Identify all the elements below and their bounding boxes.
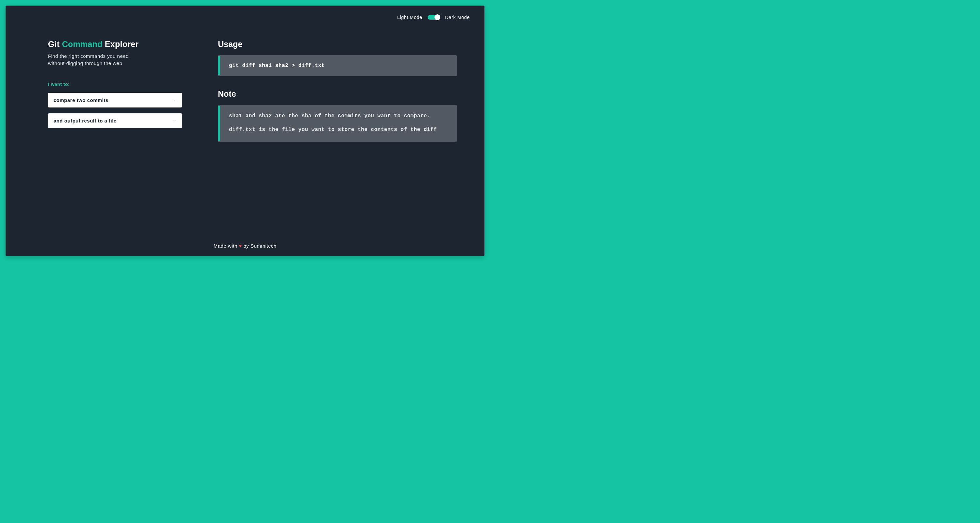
app-container: Light Mode Dark Mode Git Command Explore…: [6, 6, 484, 256]
prompt-label: I want to:: [48, 82, 182, 87]
left-panel: Git Command Explorer Find the right comm…: [48, 40, 182, 243]
usage-code-block: git diff sha1 sha2 > diff.txt: [218, 55, 457, 76]
note-line-2: diff.txt is the file you want to store t…: [229, 126, 445, 133]
dropdown-detail[interactable]: and output result to a file: [48, 113, 182, 128]
theme-toggle-row: Light Mode Dark Mode: [6, 6, 484, 20]
title-part-1: Git: [48, 40, 59, 49]
toggle-knob: [434, 14, 440, 20]
note-heading: Note: [218, 89, 457, 99]
chevron-down-icon: [173, 119, 177, 122]
footer-suffix: by Summitech: [243, 243, 276, 249]
accent-bar: [218, 106, 220, 141]
chevron-down-icon: [173, 99, 177, 102]
right-panel: Usage git diff sha1 sha2 > diff.txt Note…: [218, 40, 457, 243]
theme-toggle-switch[interactable]: [428, 15, 440, 20]
main-content: Git Command Explorer Find the right comm…: [6, 20, 484, 243]
dropdown-detail-value: and output result to a file: [54, 118, 117, 124]
heart-icon: ♥: [239, 243, 242, 249]
light-mode-label: Light Mode: [397, 15, 422, 20]
note-block: sha1 and sha2 are the sha of the commits…: [218, 105, 457, 142]
usage-heading: Usage: [218, 40, 457, 49]
footer-prefix: Made with: [214, 243, 237, 249]
title-part-3: Explorer: [105, 40, 138, 49]
dropdown-action-value: compare two commits: [54, 97, 108, 103]
app-title: Git Command Explorer: [48, 40, 182, 49]
dropdown-action[interactable]: compare two commits: [48, 93, 182, 108]
app-subtitle: Find the right commands you need without…: [48, 52, 133, 67]
note-line-1: sha1 and sha2 are the sha of the commits…: [229, 112, 445, 119]
usage-code-text: git diff sha1 sha2 > diff.txt: [229, 63, 445, 68]
dark-mode-label: Dark Mode: [445, 15, 470, 20]
title-highlight: Command: [62, 40, 103, 49]
footer: Made with ♥ by Summitech: [6, 243, 484, 256]
accent-bar: [218, 56, 220, 75]
